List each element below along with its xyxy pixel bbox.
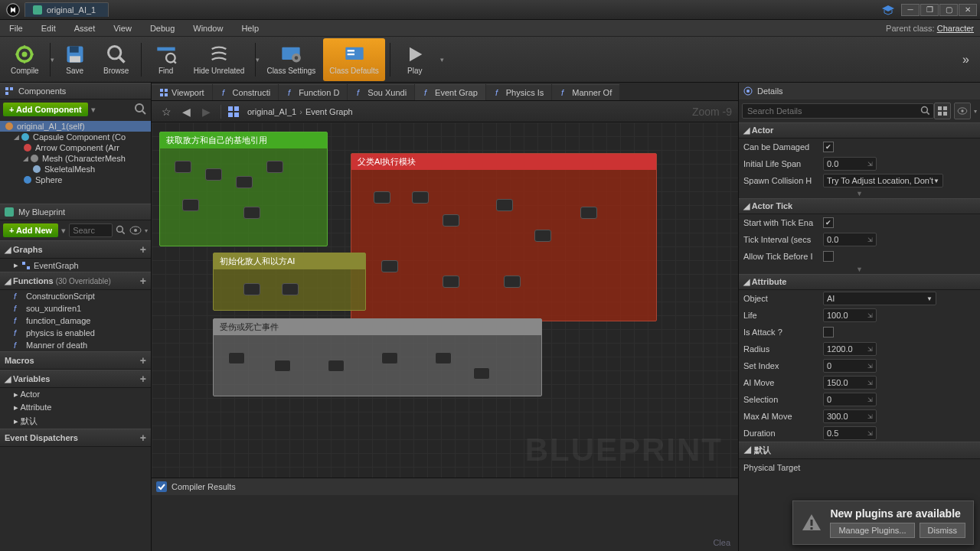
graph-node[interactable]	[381, 260, 398, 272]
editor-tab[interactable]: fConstructi	[213, 84, 279, 100]
window-tab[interactable]: original_AI_1	[24, 2, 109, 17]
graph-node[interactable]	[228, 352, 245, 364]
component-row[interactable]: SkeletalMesh	[0, 164, 151, 174]
add-icon[interactable]: +	[140, 373, 146, 385]
graph-node[interactable]	[175, 161, 191, 173]
graph-node[interactable]	[473, 367, 490, 380]
dropdown[interactable]: Try To Adjust Location, Don't▼	[823, 174, 943, 187]
favorite-button[interactable]: ☆	[158, 103, 175, 120]
section-header[interactable]: Macros+	[0, 351, 151, 370]
graph-node[interactable]	[328, 360, 345, 372]
list-item[interactable]: fphysics is enabled	[0, 327, 151, 339]
grid-view-button[interactable]	[934, 103, 951, 119]
list-item[interactable]: fManner of death	[0, 339, 151, 351]
add-icon[interactable]: +	[140, 243, 146, 256]
details-search[interactable]	[742, 103, 934, 119]
add-icon[interactable]: +	[140, 275, 146, 287]
number-field[interactable]: 0.0⇲	[823, 233, 877, 246]
find-button[interactable]: Find	[146, 38, 186, 81]
graph-node[interactable]	[374, 191, 390, 204]
graph-node[interactable]	[182, 199, 199, 211]
comment-box[interactable]: 初始化敌人和以方AI	[213, 253, 366, 311]
class-settings-button[interactable]: Class Settings	[260, 38, 322, 81]
menu-edit[interactable]: Edit	[32, 24, 65, 33]
close-button[interactable]: ✕	[959, 4, 977, 16]
category-header[interactable]: ◢ Actor Tick	[739, 198, 980, 214]
graph-node[interactable]	[236, 176, 253, 188]
list-item[interactable]: ▸ Actor	[0, 388, 151, 401]
menu-asset[interactable]: Asset	[65, 24, 105, 33]
editor-tab[interactable]: fPhysics Is	[486, 84, 552, 100]
graph-node[interactable]	[443, 214, 459, 227]
graph-node[interactable]	[412, 191, 429, 204]
graph-node[interactable]	[243, 207, 260, 219]
section-header[interactable]: ◢ Graphs+	[0, 240, 151, 259]
editor-tab[interactable]: fSou Xundi	[348, 84, 414, 100]
menu-view[interactable]: View	[104, 24, 141, 33]
editor-tab[interactable]: fManner Of	[552, 84, 619, 100]
section-header[interactable]: ◢ Variables+	[0, 370, 151, 388]
graph-node[interactable]	[381, 352, 398, 364]
graph-node[interactable]	[435, 352, 452, 364]
number-field[interactable]: 100.0⇲	[823, 308, 877, 322]
checkbox[interactable]: ✔	[823, 142, 834, 152]
expand-icon[interactable]: ▼	[739, 189, 980, 198]
graph-node[interactable]	[243, 283, 260, 295]
category-header[interactable]: ◢ 默认	[739, 442, 980, 459]
visibility-button[interactable]	[954, 103, 971, 119]
browse-button[interactable]: Browse	[96, 38, 136, 81]
list-item[interactable]: ▸ EventGraph	[0, 259, 151, 272]
eye-icon[interactable]	[129, 226, 142, 235]
hide-unrelated-button[interactable]: Hide Unrelated▾	[188, 38, 251, 81]
section-header[interactable]: Event Dispatchers+	[0, 429, 151, 447]
menu-help[interactable]: Help	[232, 24, 268, 33]
comment-box[interactable]: 获取敌方和自己的基地引用	[159, 132, 328, 246]
editor-tab[interactable]: fEvent Grap	[415, 84, 485, 100]
maximize-button[interactable]: ▢	[939, 4, 958, 16]
component-row[interactable]: ◢Mesh (CharacterMesh	[0, 153, 151, 164]
list-item[interactable]: ▸ Attribute	[0, 401, 151, 414]
component-row[interactable]: ◢Capsule Component (Co	[0, 132, 151, 142]
nav-fwd[interactable]: ▶	[198, 103, 214, 120]
graph-node[interactable]	[274, 360, 291, 372]
list-item[interactable]: fConstructionScript	[0, 290, 151, 302]
add-icon[interactable]: +	[140, 432, 146, 444]
number-field[interactable]: 0⇲	[823, 359, 877, 373]
graph-node[interactable]	[266, 161, 283, 173]
add-new-button[interactable]: + Add New	[3, 223, 58, 237]
event-graph-canvas[interactable]: 获取敌方和自己的基地引用 父类AI执行模块 初始化敌人和以方AI 受伤或死亡事件…	[152, 122, 738, 478]
manage-plugins-button[interactable]: Manage Plugins...	[830, 523, 914, 538]
editor-tab[interactable]: fFunction D	[279, 84, 347, 100]
graph-node[interactable]	[282, 283, 299, 295]
comment-box[interactable]: 受伤或死亡事件	[213, 318, 542, 396]
nav-back[interactable]: ◀	[178, 103, 194, 120]
breadcrumb[interactable]: original_AI_1›Event Graph	[247, 106, 353, 117]
number-field[interactable]: 0⇲	[823, 393, 877, 406]
graph-node[interactable]	[496, 199, 513, 211]
checkbox[interactable]: ✔	[823, 217, 834, 228]
expand-icon[interactable]: ▼	[739, 265, 980, 274]
comment-box[interactable]: 父类AI执行模块	[351, 153, 657, 321]
graph-node[interactable]	[580, 207, 597, 219]
number-field[interactable]: 300.0⇲	[823, 409, 877, 423]
graph-node[interactable]	[534, 230, 551, 242]
toolbar-overflow[interactable]: »	[956, 53, 975, 67]
section-header[interactable]: ◢ Functions (30 Overridable)+	[0, 272, 151, 290]
checkbox[interactable]	[823, 251, 834, 262]
list-item[interactable]: ffunction_damage	[0, 315, 151, 327]
clear-button[interactable]: Clea	[713, 538, 730, 547]
dropdown[interactable]: AI▼	[823, 292, 936, 305]
components-tree[interactable]: original_AI_1(self)◢Capsule Component (C…	[0, 119, 151, 204]
save-button[interactable]: Save	[55, 38, 95, 81]
compile-button[interactable]: Compile▾	[5, 38, 45, 81]
menu-debug[interactable]: Debug	[141, 24, 184, 33]
number-field[interactable]: 1200.0⇲	[823, 342, 877, 356]
menu-window[interactable]: Window	[184, 24, 232, 33]
search-icon[interactable]	[116, 225, 126, 236]
number-field[interactable]: 0.5⇲	[823, 426, 877, 440]
menu-file[interactable]: File	[0, 24, 32, 33]
graph-node[interactable]	[504, 276, 521, 288]
category-header[interactable]: ◢ Attribute	[739, 274, 980, 290]
graph-node[interactable]	[443, 276, 459, 288]
add-component-button[interactable]: + Add Component	[3, 103, 88, 116]
